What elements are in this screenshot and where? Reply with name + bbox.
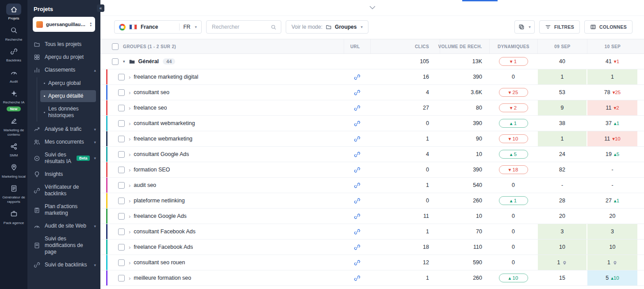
sidebar-item-suivi-des-resultats-ia[interactable]: Suivi des résultats IABeta▾ — [27, 148, 100, 168]
row-checkbox[interactable] — [118, 198, 125, 204]
sidebar-item-plan-d-actions-marketing[interactable]: Plan d'actions marketing — [27, 200, 100, 220]
sidebar-item-label: Classements — [45, 67, 90, 73]
sidebar-item-analyse-trafic[interactable]: Analyse & trafic▾ — [27, 123, 100, 136]
icon-rail: ProjetsRechercheBacklinksAuditRecherche … — [0, 0, 27, 289]
expand-chevron-icon[interactable]: › — [129, 167, 130, 173]
position-box: 11▾2 — [587, 100, 637, 115]
url-link-icon[interactable] — [354, 228, 360, 235]
rail-item-projets[interactable]: Projets — [0, 4, 27, 21]
url-link-icon[interactable] — [354, 259, 360, 266]
group-checkbox[interactable] — [112, 58, 119, 65]
expand-chevron-icon[interactable]: › — [129, 244, 130, 251]
rail-item-recherche[interactable]: Recherche — [0, 25, 27, 42]
collapse-chevron-icon[interactable]: ▾ — [123, 59, 125, 64]
rail-item-backlinks[interactable]: Backlinks — [0, 46, 27, 63]
sidebar-item-insights[interactable]: Insights — [27, 168, 100, 181]
rail-item-pack-agence[interactable]: Pack agence — [0, 208, 27, 225]
url-link-icon[interactable] — [354, 213, 360, 220]
expand-chevron-icon[interactable]: › — [129, 182, 130, 189]
url-link-icon[interactable] — [354, 74, 360, 80]
row-checkbox[interactable] — [118, 136, 125, 142]
sidebar-item-classements[interactable]: Classements▴ — [27, 64, 100, 76]
dynamics-cell: 0 — [489, 178, 537, 193]
rail-item-smm[interactable]: SMM — [0, 141, 27, 158]
sidebar-item-apercu-du-projet[interactable]: Aperçu du projet — [27, 51, 100, 64]
url-link-icon[interactable] — [354, 244, 360, 251]
expand-chevron-icon[interactable]: › — [129, 136, 130, 142]
sidebar-item-label: Tous les projets — [45, 41, 96, 48]
row-checkbox[interactable] — [118, 167, 125, 173]
url-link-icon[interactable] — [354, 275, 360, 281]
expand-chevron-icon[interactable]: › — [129, 228, 130, 235]
rail-item-marketing-local[interactable]: Marketing local — [0, 162, 27, 179]
keyword-label: freelance webmarketing — [134, 136, 192, 142]
day2-header[interactable]: 10 SEP — [605, 44, 621, 49]
expand-chevron-icon[interactable]: › — [129, 259, 130, 266]
sidebar-subitem-apercu-global[interactable]: Aperçu global — [40, 77, 96, 89]
groups-header[interactable]: GROUPES (1 - 2 SUR 2) — [123, 44, 176, 49]
filters-button[interactable]: FILTRES — [539, 20, 580, 34]
main-panel: France FR ▾ Voir le mode: Groupes ▾ — [100, 0, 644, 289]
project-sidebar: Projets guersanguillaume.com ▴▾ Tous les… — [27, 0, 100, 289]
select-all-checkbox[interactable] — [112, 43, 119, 50]
sidebar-item-suivi-de-backlinks[interactable]: Suivi de backlinks▾ — [27, 259, 100, 271]
row-checkbox[interactable] — [118, 89, 125, 96]
keyword-label: freelance Facebook Ads — [134, 244, 193, 250]
expand-chevron-icon[interactable]: › — [129, 198, 130, 204]
columns-button[interactable]: COLONNES — [584, 20, 632, 34]
search-engine-selector[interactable]: France FR ▾ — [114, 20, 202, 34]
expand-chevron-icon[interactable]: › — [129, 151, 130, 158]
display-density-button[interactable]: ▾ — [514, 20, 535, 34]
sidebar-item-tous-les-projets[interactable]: Tous les projets — [27, 38, 100, 51]
sidebar-item-suivi-des-modifications-de-page[interactable]: Suivi des modifications de page — [27, 232, 100, 259]
expand-chevron-icon[interactable]: › — [129, 213, 130, 220]
url-link-icon[interactable] — [354, 136, 360, 142]
url-link-icon[interactable] — [354, 182, 360, 189]
view-mode-value: Groupes — [335, 24, 356, 30]
expand-chevron-icon[interactable]: › — [129, 89, 130, 96]
row-checkbox[interactable] — [118, 228, 125, 235]
sidebar-subitem-les-donnees-historiques[interactable]: Les données historiques — [40, 103, 96, 122]
sidebar-subitem-apercu-detaille[interactable]: Aperçu détaillé — [40, 90, 96, 102]
row-checkbox[interactable] — [118, 275, 125, 281]
view-mode-selector[interactable]: Voir le mode: Groupes ▾ — [286, 20, 368, 34]
rail-item-recherche-ia[interactable]: Recherche IANew — [0, 87, 27, 111]
dynamics-cell: 0 — [489, 255, 537, 270]
day1-header[interactable]: 09 SEP — [554, 44, 570, 49]
sidebar-item-verificateur-de-backlinks[interactable]: Vérificateur de backlinks — [27, 181, 100, 200]
sidebar-collapse-button[interactable]: « — [97, 4, 104, 12]
chevron-down-icon: ▾ — [94, 224, 96, 228]
sidebar-item-audit-de-site-web[interactable]: Audit de site Web▾ — [27, 220, 100, 232]
expand-chevron-icon[interactable]: › — [129, 74, 130, 80]
url-link-icon[interactable] — [354, 120, 360, 127]
row-checkbox[interactable] — [118, 151, 125, 158]
row-checkbox[interactable] — [118, 74, 125, 80]
project-selector[interactable]: guersanguillaume.com ▴▾ — [33, 17, 95, 32]
rail-item-generateur-de-rapports[interactable]: Générateur de rapports — [0, 183, 27, 204]
dynamics-header[interactable]: DYNAMIQUES — [498, 44, 529, 49]
search-input[interactable] — [211, 23, 265, 30]
url-link-icon[interactable] — [354, 167, 360, 173]
clics-header[interactable]: CLICS — [415, 44, 429, 49]
row-checkbox[interactable] — [118, 244, 125, 251]
row-checkbox[interactable] — [118, 259, 125, 266]
rail-item-marketing-de-contenu[interactable]: Marketing de contenu — [0, 115, 27, 137]
collapse-panel-chevron-icon[interactable] — [369, 6, 376, 10]
url-cell — [344, 193, 370, 208]
url-link-icon[interactable] — [354, 89, 360, 96]
url-header[interactable]: URL — [350, 44, 360, 49]
row-checkbox[interactable] — [118, 182, 125, 189]
volume-header[interactable]: VOLUME DE RECH. — [438, 44, 482, 49]
row-checkbox[interactable] — [118, 213, 125, 220]
expand-chevron-icon[interactable]: › — [129, 275, 130, 281]
expand-chevron-icon[interactable]: › — [129, 120, 130, 127]
row-checkbox[interactable] — [118, 120, 125, 127]
url-link-icon[interactable] — [354, 198, 360, 204]
view-mode-label: Voir le mode: — [291, 24, 322, 30]
sidebar-item-mes-concurrents[interactable]: Mes concurrents▾ — [27, 136, 100, 148]
row-checkbox[interactable] — [118, 105, 125, 111]
url-link-icon[interactable] — [354, 151, 360, 158]
rail-item-audit[interactable]: Audit — [0, 67, 27, 84]
expand-chevron-icon[interactable]: › — [129, 105, 130, 111]
url-link-icon[interactable] — [354, 105, 360, 111]
